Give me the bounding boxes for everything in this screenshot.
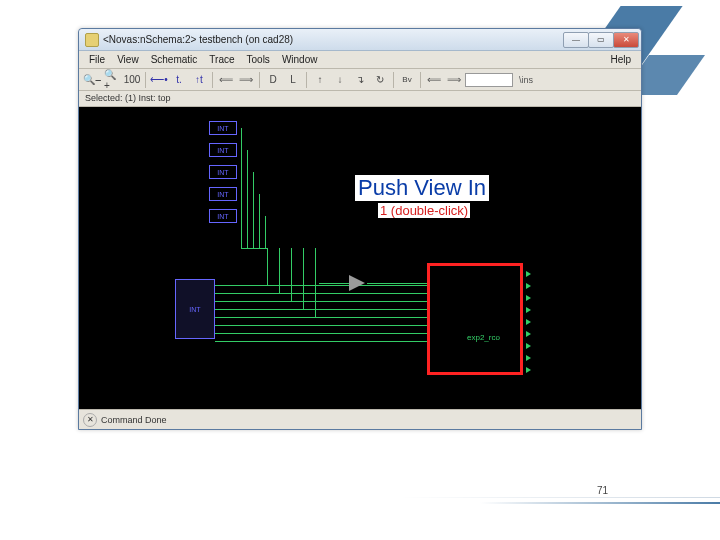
wire (215, 301, 427, 302)
wire (319, 283, 349, 284)
menu-window[interactable]: Window (276, 54, 324, 65)
wire (241, 128, 242, 248)
tool-bv-icon[interactable]: Bv (398, 71, 416, 89)
int-box[interactable]: INT (209, 209, 237, 223)
output-pin-icon (526, 367, 531, 373)
maximize-button[interactable]: ▭ (588, 32, 614, 48)
app-window: <Novas:nSchema:2> testbench (on cad28) —… (78, 28, 642, 430)
menu-file[interactable]: File (83, 54, 111, 65)
output-pin-icon (526, 283, 531, 289)
wire (215, 341, 427, 342)
int-module[interactable]: INT (175, 279, 215, 339)
tool-1-icon[interactable]: ⟵• (150, 71, 168, 89)
arrow-up-icon[interactable]: ↑ (311, 71, 329, 89)
search-input[interactable] (465, 73, 513, 87)
wire (241, 248, 267, 249)
step-fwd-icon[interactable]: ⟹ (445, 71, 463, 89)
step-back-icon[interactable]: ⟸ (425, 71, 443, 89)
int-box[interactable]: INT (209, 187, 237, 201)
page-number: 71 (597, 485, 608, 496)
zoom-in-icon[interactable]: 🔍+ (103, 71, 121, 89)
menu-help[interactable]: Help (604, 54, 637, 65)
output-pin-icon (526, 295, 531, 301)
selection-status: Selected: (1) Inst: top (79, 91, 641, 107)
wire (215, 293, 427, 294)
wire (215, 285, 427, 286)
tool-2-icon[interactable]: t. (170, 71, 188, 89)
int-box[interactable]: INT (209, 143, 237, 157)
schematic-canvas[interactable]: INT INT INT INT INT INT (79, 107, 641, 409)
nav-fwd-icon[interactable]: ⟹ (237, 71, 255, 89)
wire (247, 150, 248, 248)
menu-trace[interactable]: Trace (203, 54, 240, 65)
zoom-out-icon[interactable]: 🔍‒ (83, 71, 101, 89)
arrow-down-icon[interactable]: ↓ (331, 71, 349, 89)
nav-back-icon[interactable]: ⟸ (217, 71, 235, 89)
status-cancel-icon[interactable]: ✕ (83, 413, 97, 427)
wire (279, 248, 280, 293)
int-box[interactable]: INT (209, 165, 237, 179)
window-title: <Novas:nSchema:2> testbench (on cad28) (103, 34, 564, 45)
wire (215, 309, 427, 310)
output-pin-icon (526, 271, 531, 277)
arrow-turn-icon[interactable]: ↴ (351, 71, 369, 89)
wire (215, 317, 427, 318)
menu-schematic[interactable]: Schematic (145, 54, 204, 65)
titlebar[interactable]: <Novas:nSchema:2> testbench (on cad28) —… (79, 29, 641, 51)
wire (265, 216, 266, 248)
app-icon (85, 33, 99, 47)
toolbar: 🔍‒ 🔍+ 100 ⟵• t. ↑t ⟸ ⟹ D L ↑ ↓ ↴ ↻ Bv ⟸ … (79, 69, 641, 91)
menu-view[interactable]: View (111, 54, 145, 65)
close-button[interactable]: ✕ (613, 32, 639, 48)
tool-3-icon[interactable]: ↑t (190, 71, 208, 89)
int-box[interactable]: INT (209, 121, 237, 135)
menubar: File View Schematic Trace Tools Window H… (79, 51, 641, 69)
module-label: exp2_rco (467, 333, 500, 342)
annotation-title: Push View In (355, 175, 489, 201)
wire (267, 248, 268, 285)
wire (315, 248, 316, 317)
wire (253, 172, 254, 248)
status-text: Command Done (101, 415, 167, 425)
arrow-loop-icon[interactable]: ↻ (371, 71, 389, 89)
target-module[interactable] (427, 263, 523, 375)
statusbar: ✕ Command Done (79, 409, 641, 429)
wire (291, 248, 292, 301)
buffer-gate-icon[interactable] (349, 275, 365, 291)
output-pin-icon (526, 343, 531, 349)
search-hint: \ins (519, 75, 533, 85)
wire (303, 248, 304, 309)
output-pin-icon (526, 331, 531, 337)
output-pin-icon (526, 319, 531, 325)
tool-d-icon[interactable]: D (264, 71, 282, 89)
wire (215, 333, 427, 334)
output-pin-icon (526, 307, 531, 313)
minimize-button[interactable]: — (563, 32, 589, 48)
wire (367, 283, 427, 284)
annotation-caption: 1 (double-click) (378, 203, 470, 218)
tool-l-icon[interactable]: L (284, 71, 302, 89)
output-pin-icon (526, 355, 531, 361)
wire (215, 325, 427, 326)
menu-tools[interactable]: Tools (241, 54, 276, 65)
zoom-100-button[interactable]: 100 (123, 71, 141, 89)
wire (259, 194, 260, 248)
